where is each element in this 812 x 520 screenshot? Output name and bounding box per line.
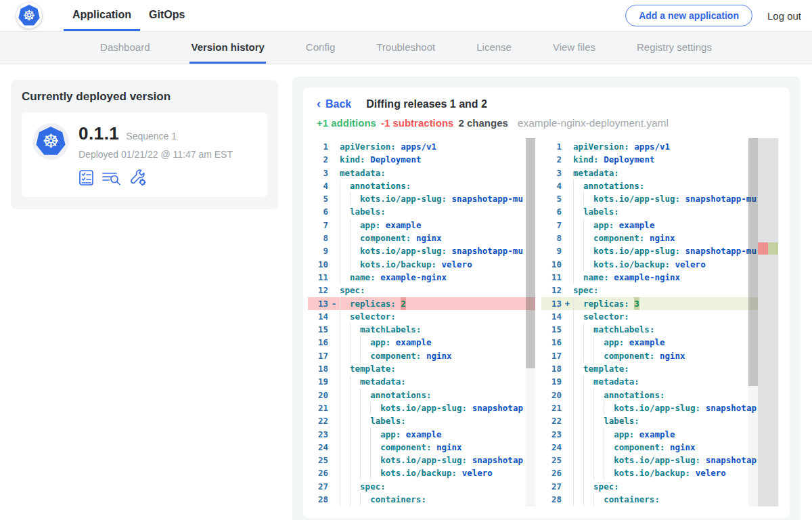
subnav-config[interactable]: Config: [304, 32, 336, 64]
release-notes-checklist-icon[interactable]: [78, 169, 94, 186]
code-line-27: 27spec:: [308, 480, 535, 493]
app-subnav: Dashboard Version history Config Trouble…: [0, 32, 812, 64]
code-line-4: 4annotations:: [541, 179, 778, 192]
code-line-27: 27spec:: [541, 480, 778, 493]
code-line-18: 18template:: [541, 362, 778, 375]
diff-panel: ‹ Back Diffing releases 1 and 2 +1 addit…: [292, 77, 800, 520]
code-line-8: 8component: nginx: [308, 232, 535, 244]
app-logo: ☸: [16, 3, 42, 28]
code-line-12: 12spec:: [541, 284, 778, 297]
code-line-2: 2kind: Deployment: [308, 153, 535, 166]
wrench-gear-icon[interactable]: [129, 169, 147, 186]
diff-pane-modified[interactable]: 1apiVersion: apps/v12kind: Deployment3me…: [541, 138, 778, 506]
code-line-6: 6labels:: [308, 205, 535, 218]
code-line-17: 17component: nginx: [308, 349, 535, 362]
code-line-25: 25kots.io/app-slug: snapshotap: [541, 454, 778, 467]
code-line-20: 20annotations:: [308, 389, 535, 402]
code-line-24: 24component: nginx: [541, 441, 778, 454]
tab-application[interactable]: Application: [64, 0, 140, 31]
subnav-view-files[interactable]: View files: [551, 32, 597, 64]
code-line-26: 26kots.io/backup: velero: [541, 467, 778, 479]
code-line-1: 1apiVersion: apps/v1: [541, 140, 778, 153]
code-line-10: 10kots.io/backup: velero: [541, 258, 778, 271]
code-line-28: 28containers:: [308, 493, 535, 506]
code-line-23: 23app: example: [308, 428, 535, 441]
code-line-17: 17component: nginx: [541, 349, 778, 362]
code-line-25: 25kots.io/app-slug: snapshotap: [308, 454, 535, 467]
code-line-6: 6labels:: [541, 205, 778, 218]
code-line-16: 16app: example: [541, 336, 778, 349]
kubernetes-heptagon: ☸: [18, 5, 40, 26]
subnav-license[interactable]: License: [475, 32, 513, 64]
scrollbar-right: [748, 138, 758, 506]
code-line-22: 22labels:: [308, 414, 535, 427]
kubernetes-wheel-icon: ☸: [23, 9, 36, 23]
top-header: ☸ Application GitOps Add a new applicati…: [0, 0, 812, 32]
code-line-3: 3metadata:: [308, 167, 535, 179]
subnav-registry-settings[interactable]: Registry settings: [635, 32, 713, 64]
code-line-14: 14selector:: [308, 310, 535, 323]
code-line-22: 22labels:: [541, 414, 778, 427]
deployed-card-title: Currently deployed version: [22, 90, 267, 104]
chevron-left-icon: ‹: [317, 98, 321, 110]
code-line-10: 10kots.io/backup: velero: [308, 258, 535, 271]
topbar-right: Add a new application Log out: [625, 0, 812, 31]
subnav-dashboard[interactable]: Dashboard: [99, 32, 151, 64]
additions-count: +1 additions: [317, 117, 376, 129]
back-label: Back: [325, 98, 351, 110]
changes-count: 2 changes: [458, 117, 508, 129]
sequence-label: Sequence 1: [126, 131, 177, 142]
deployed-version-details: 0.1.1 Sequence 1 Deployed 01/21/22 @ 11:…: [78, 123, 256, 186]
file-search-icon[interactable]: [102, 169, 121, 186]
code-line-21: 21kots.io/app-slug: snapshotap: [541, 402, 778, 414]
code-line-28: 28containers:: [541, 493, 778, 506]
overview-addition-marker: [768, 242, 778, 255]
code-line-8: 8component: nginx: [541, 232, 778, 244]
code-line-21: 21kots.io/app-slug: snapshotap: [308, 402, 535, 414]
subnav-troubleshoot[interactable]: Troubleshoot: [375, 32, 436, 64]
overview-deletion-marker: [758, 242, 768, 255]
original-code: 1apiVersion: apps/v12kind: Deployment3me…: [308, 138, 535, 506]
code-line-1: 1apiVersion: apps/v1: [308, 140, 535, 153]
code-line-20: 20annotations:: [541, 389, 778, 402]
deployed-version-card: Currently deployed version ☸ 0.1.1 Seque…: [11, 80, 278, 209]
add-application-button[interactable]: Add a new application: [625, 5, 752, 26]
back-link[interactable]: ‹ Back: [317, 98, 351, 110]
code-line-3: 3metadata:: [541, 167, 778, 179]
code-line-13: 13-replicas: 2: [308, 297, 535, 310]
code-line-7: 7app: example: [541, 219, 778, 232]
code-line-2: 2kind: Deployment: [541, 153, 778, 166]
code-line-15: 15matchLabels:: [541, 323, 778, 336]
code-line-5: 5kots.io/app-slug: snapshotapp-mu: [541, 192, 778, 205]
code-line-14: 14selector:: [541, 310, 778, 323]
code-line-7: 7app: example: [308, 219, 535, 232]
scrollbar-thumb[interactable]: [748, 138, 758, 386]
code-line-9: 9kots.io/app-slug: snapshotapp-mu: [308, 244, 535, 257]
diff-pane-original[interactable]: 1apiVersion: apps/v12kind: Deployment3me…: [308, 138, 535, 506]
version-number: 0.1.1: [78, 123, 119, 144]
scrollbar-thumb[interactable]: [526, 138, 535, 368]
code-line-18: 18template:: [308, 362, 535, 375]
code-line-11: 11name: example-nginx: [308, 271, 535, 284]
code-line-11: 11name: example-nginx: [541, 271, 778, 284]
top-tabs: Application GitOps: [64, 0, 194, 31]
code-line-19: 19metadata:: [308, 375, 535, 388]
subtractions-count: -1 subtractions: [381, 117, 454, 129]
code-line-24: 24component: nginx: [308, 441, 535, 454]
kubernetes-heptagon: ☸: [36, 127, 66, 156]
modified-code: 1apiVersion: apps/v12kind: Deployment3me…: [541, 138, 778, 506]
code-line-15: 15matchLabels:: [308, 323, 535, 336]
diff-overview-ruler[interactable]: [758, 138, 778, 506]
code-line-4: 4annotations:: [308, 179, 535, 192]
code-line-9: 9kots.io/app-slug: snapshotapp-mu: [541, 244, 778, 257]
logout-button[interactable]: Log out: [767, 10, 801, 22]
code-line-23: 23app: example: [541, 428, 778, 441]
code-line-12: 12spec:: [308, 284, 535, 297]
app-icon-badge: ☸: [32, 123, 69, 160]
subnav-version-history[interactable]: Version history: [189, 32, 265, 64]
diff-title: Diffing releases 1 and 2: [366, 98, 487, 110]
code-line-19: 19metadata:: [541, 375, 778, 388]
diff-card: ‹ Back Diffing releases 1 and 2 +1 addit…: [303, 87, 790, 518]
diff-editor: 1apiVersion: apps/v12kind: Deployment3me…: [303, 138, 790, 506]
tab-gitops[interactable]: GitOps: [140, 0, 194, 31]
